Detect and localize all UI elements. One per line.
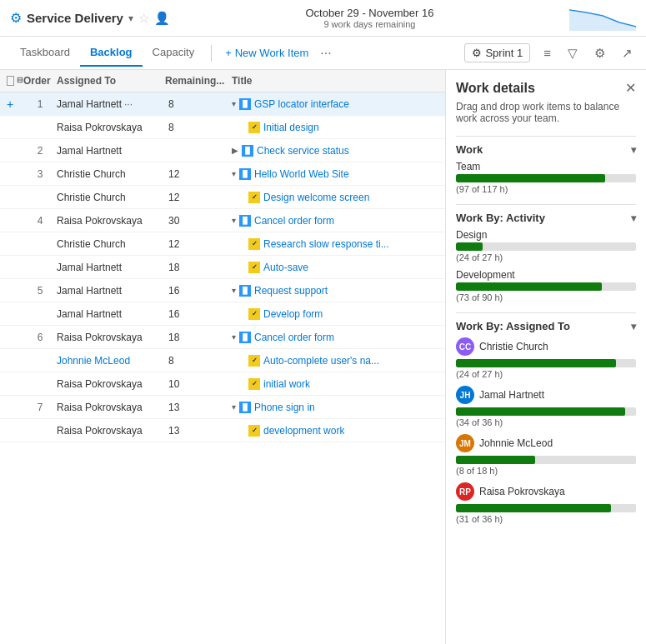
row-assigned-to: Raisa Pokrovskaya bbox=[57, 122, 165, 133]
sprint-selector[interactable]: ⚙ Sprint 1 bbox=[464, 43, 530, 62]
row-assigned-to: Jamal Hartnett ··· bbox=[57, 98, 165, 110]
jamal-bar-fill bbox=[456, 407, 625, 416]
project-icon: ⚙ bbox=[10, 10, 22, 26]
johnnie-bar-group: JM Johnnie McLeod (8 of 18 h) bbox=[456, 434, 636, 476]
row-title-cell: ✓ Auto-save bbox=[232, 262, 438, 273]
row-assigned-to: Christie Church bbox=[57, 192, 165, 203]
table-header: ⊟ Order Assigned To Remaining... Title bbox=[0, 70, 445, 92]
row-assigned-to: Jamal Hartnett bbox=[57, 262, 165, 273]
row-assigned-to: Jamal Hartnett bbox=[57, 308, 165, 320]
nav-divider bbox=[211, 45, 212, 62]
row-order: 4 bbox=[23, 215, 57, 227]
task-icon: ✓ bbox=[248, 425, 260, 437]
work-by-activity-section: Work By: Activity ▾ Design (24 of 27 h) … bbox=[456, 204, 636, 302]
assigned-to-section-header: Work By: Assigned To ▾ bbox=[456, 312, 636, 332]
team-bar-label: Team bbox=[456, 161, 636, 172]
svg-marker-0 bbox=[569, 10, 636, 31]
expand-chevron[interactable]: ▶ bbox=[232, 146, 238, 155]
design-bar-track bbox=[456, 242, 636, 251]
row-order: 6 bbox=[23, 332, 57, 343]
row-ellipsis[interactable]: ··· bbox=[124, 98, 133, 110]
row-title-text[interactable]: Initial design bbox=[263, 122, 319, 133]
row-remaining: 12 bbox=[165, 238, 232, 250]
activity-section-label: Work By: Activity bbox=[456, 212, 545, 224]
row-title-text[interactable]: Check service status bbox=[257, 145, 349, 157]
expand-chevron[interactable]: ▾ bbox=[232, 216, 236, 225]
jamal-person-row: JH Jamal Hartnett bbox=[456, 386, 636, 404]
filter-icon[interactable]: ▽ bbox=[564, 44, 581, 62]
favorite-icon[interactable]: ☆ bbox=[138, 11, 149, 26]
row-title-text[interactable]: Phone sign in bbox=[254, 402, 315, 413]
assigned-to-section-toggle[interactable]: ▾ bbox=[631, 321, 636, 332]
more-options-button[interactable]: ··· bbox=[320, 46, 331, 61]
story-icon: ▐▌ bbox=[239, 285, 251, 297]
row-title-text[interactable]: Hello World Web Site bbox=[254, 168, 349, 180]
add-row-icon[interactable]: + bbox=[7, 97, 23, 111]
main-content: ⊟ Order Assigned To Remaining... Title +… bbox=[0, 70, 646, 644]
work-section-label: Work bbox=[456, 143, 483, 156]
row-assigned-to: Raisa Pokrovskaya bbox=[57, 425, 165, 437]
work-section-header: Work ▾ bbox=[456, 136, 636, 156]
tab-backlog[interactable]: Backlog bbox=[80, 39, 143, 67]
top-bar: ⚙ Service Delivery ▾ ☆ 👤 October 29 - No… bbox=[0, 0, 646, 37]
team-bar-sub: (97 of 117 h) bbox=[456, 184, 636, 194]
story-icon: ▐▌ bbox=[239, 98, 251, 110]
christie-name: Christie Church bbox=[479, 341, 548, 352]
design-bar-fill bbox=[456, 242, 483, 251]
dropdown-chevron-icon[interactable]: ▾ bbox=[128, 12, 133, 24]
header-assigned-to: Assigned To bbox=[57, 75, 165, 87]
details-header: Work details ✕ bbox=[456, 80, 636, 96]
activity-section-toggle[interactable]: ▾ bbox=[631, 212, 636, 224]
expand-chevron[interactable]: ▾ bbox=[232, 402, 236, 412]
raisa-bar-sub: (31 of 36 h) bbox=[456, 514, 636, 524]
row-title-text[interactable]: GSP locator interface bbox=[254, 98, 349, 110]
row-remaining: 12 bbox=[165, 192, 232, 203]
development-bar-label: Development bbox=[456, 269, 636, 281]
settings-icon[interactable]: ≡ bbox=[540, 44, 554, 62]
row-title-text[interactable]: Cancel order form bbox=[254, 215, 334, 227]
table-row: Christie Church 12 ✓ Research slow respo… bbox=[0, 232, 445, 256]
expand-chevron[interactable]: ▾ bbox=[232, 332, 236, 342]
expand-icon[interactable]: ↗ bbox=[618, 44, 636, 62]
row-title-text[interactable]: initial work bbox=[263, 378, 310, 390]
gear-icon[interactable]: ⚙ bbox=[591, 44, 608, 62]
story-icon: ▐▌ bbox=[239, 215, 251, 227]
row-remaining: 16 bbox=[165, 308, 232, 320]
story-icon: ▐▌ bbox=[239, 402, 251, 413]
row-order: 7 bbox=[23, 402, 57, 413]
row-assigned-to[interactable]: Johnnie McLeod bbox=[57, 355, 165, 367]
row-title-text[interactable]: Develop form bbox=[263, 308, 323, 320]
row-title-cell: ▾ ▐▌ Hello World Web Site bbox=[232, 168, 438, 180]
person-icon[interactable]: 👤 bbox=[154, 11, 170, 26]
expand-chevron[interactable]: ▾ bbox=[232, 99, 236, 108]
row-title-text[interactable]: Cancel order form bbox=[254, 332, 334, 343]
work-section-toggle[interactable]: ▾ bbox=[631, 144, 636, 156]
plus-icon: + bbox=[225, 47, 232, 59]
row-title-text[interactable]: Research slow response ti... bbox=[263, 238, 389, 250]
row-title-text[interactable]: Request support bbox=[254, 285, 328, 297]
expand-chevron[interactable]: ▾ bbox=[232, 286, 236, 295]
table-row: 7 Raisa Pokrovskaya 13 ▾ ▐▌ Phone sign i… bbox=[0, 396, 445, 419]
table-row: Raisa Pokrovskaya 8 ✓ Initial design bbox=[0, 116, 445, 139]
task-icon: ✓ bbox=[248, 378, 260, 390]
row-remaining: 18 bbox=[165, 332, 232, 343]
jamal-bar-track bbox=[456, 407, 636, 416]
row-title-text[interactable]: Auto-complete user's na... bbox=[263, 355, 379, 367]
row-title-text[interactable]: Design welcome screen bbox=[263, 192, 369, 203]
work-by-assigned-to-section: Work By: Assigned To ▾ CC Christie Churc… bbox=[456, 312, 636, 524]
tab-capacity[interactable]: Capacity bbox=[143, 39, 205, 67]
row-title-text[interactable]: development work bbox=[263, 425, 344, 437]
row-title-text[interactable]: Auto-save bbox=[263, 262, 308, 273]
expand-chevron[interactable]: ▾ bbox=[232, 169, 236, 178]
close-button[interactable]: ✕ bbox=[625, 80, 636, 96]
activity-section-header: Work By: Activity ▾ bbox=[456, 204, 636, 224]
row-remaining: 13 bbox=[165, 425, 232, 437]
development-bar-fill bbox=[456, 282, 602, 291]
new-work-item-button[interactable]: + New Work Item bbox=[218, 43, 315, 62]
header-checkbox[interactable]: ⊟ bbox=[7, 76, 23, 86]
tab-taskboard[interactable]: Taskboard bbox=[10, 39, 80, 67]
row-title-cell: ▾ ▐▌ Request support bbox=[232, 285, 438, 297]
christie-person-row: CC Christie Church bbox=[456, 337, 636, 356]
christie-bar-group: CC Christie Church (24 of 27 h) bbox=[456, 337, 636, 379]
row-assigned-to: Raisa Pokrovskaya bbox=[57, 378, 165, 390]
